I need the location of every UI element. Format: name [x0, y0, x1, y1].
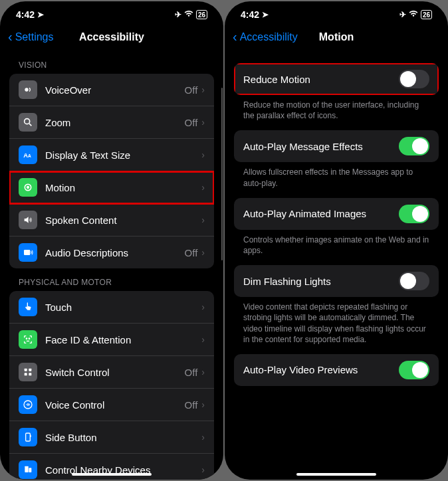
svg-point-1 — [25, 119, 30, 124]
settings-group: Touch›Face ID & Attention›Switch Control… — [9, 291, 214, 480]
row-label: Voice Control — [45, 399, 185, 411]
status-bar: 4:42 ➤ ✈ 26 — [225, 1, 448, 25]
voiceover-icon — [19, 80, 37, 99]
scrollbar[interactable] — [221, 88, 223, 260]
footer-text: Reduce the motion of the user interface,… — [234, 95, 439, 130]
row-value: Off — [185, 247, 198, 258]
footer-text: Controls whether images animate on the W… — [234, 230, 439, 265]
battery-icon: 26 — [421, 10, 432, 19]
row-label: Audio Descriptions — [45, 247, 185, 258]
page-title: Motion — [319, 31, 354, 43]
auto-play-video-toggle[interactable] — [399, 361, 429, 379]
side-button-icon — [19, 428, 37, 446]
toggle-label: Auto-Play Animated Images — [243, 208, 399, 219]
row-auto-play-message: Auto-Play Message Effects — [234, 130, 439, 162]
toggle-group: Auto-Play Video Previews — [234, 354, 439, 386]
chevron-right-icon: › — [201, 84, 205, 95]
dim-flashing-toggle[interactable] — [399, 272, 429, 290]
row-switch-control[interactable]: Switch ControlOff› — [9, 356, 214, 389]
svg-rect-16 — [29, 404, 29, 406]
chevron-right-icon: › — [201, 367, 205, 377]
row-label: VoiceOver — [45, 84, 185, 96]
left-phone: 4:42 ➤ ✈ 26 ‹ Settings Accessibility VIS… — [0, 1, 223, 480]
location-icon: ➤ — [37, 10, 44, 19]
row-touch[interactable]: Touch› — [9, 291, 214, 324]
row-display-text[interactable]: AADisplay & Text Size› — [9, 139, 214, 171]
row-label: Face ID & Attention — [45, 334, 201, 345]
svg-point-5 — [27, 187, 29, 189]
row-label: Touch — [45, 302, 201, 313]
row-side-button[interactable]: Side Button› — [9, 421, 214, 454]
toggle-knob — [412, 138, 428, 154]
svg-rect-6 — [24, 250, 30, 255]
row-label: Motion — [45, 182, 201, 193]
wifi-icon — [409, 10, 418, 19]
row-label: Side Button — [45, 432, 201, 443]
row-faceid[interactable]: Face ID & Attention› — [9, 324, 214, 356]
home-indicator[interactable] — [296, 473, 376, 476]
row-value: Off — [185, 84, 198, 96]
location-icon: ➤ — [262, 10, 269, 19]
chevron-left-icon: ‹ — [8, 29, 13, 45]
chevron-right-icon: › — [201, 464, 205, 475]
toggle-group: Auto-Play Message Effects — [234, 130, 439, 162]
wifi-icon — [184, 10, 193, 19]
toggle-group: Auto-Play Animated Images — [234, 198, 439, 230]
switch-control-icon — [19, 363, 37, 381]
settings-list[interactable]: VISIONVoiceOverOff›ZoomOff›AADisplay & T… — [0, 51, 223, 480]
svg-rect-14 — [26, 404, 27, 405]
back-button[interactable]: ‹ Accessibility — [233, 29, 298, 45]
row-label: Zoom — [45, 117, 185, 128]
row-reduce-motion: Reduce Motion — [234, 63, 439, 95]
row-auto-play-video: Auto-Play Video Previews — [234, 354, 439, 386]
toggle-group: Reduce Motion — [234, 63, 439, 95]
toggle-knob — [400, 273, 416, 289]
motion-settings[interactable]: Reduce MotionReduce the motion of the us… — [225, 51, 448, 480]
svg-point-8 — [29, 338, 29, 339]
reduce-motion-toggle[interactable] — [399, 70, 429, 88]
row-auto-play-animated: Auto-Play Animated Images — [234, 198, 439, 230]
row-voice-control[interactable]: Voice ControlOff› — [9, 389, 214, 421]
row-voiceover[interactable]: VoiceOverOff› — [9, 74, 214, 106]
svg-rect-18 — [30, 435, 31, 437]
nearby-devices-icon — [19, 460, 37, 479]
chevron-left-icon: ‹ — [233, 29, 237, 45]
footer-text: Allows fullscreen effects in the Message… — [234, 162, 439, 197]
row-value: Off — [185, 367, 198, 378]
spoken-content-icon — [19, 211, 37, 229]
back-label: Settings — [15, 31, 54, 43]
touch-icon — [19, 298, 37, 316]
svg-rect-19 — [25, 466, 28, 472]
battery-icon: 26 — [196, 10, 207, 19]
toggle-label: Auto-Play Message Effects — [243, 141, 399, 152]
toggle-knob — [412, 362, 428, 378]
row-nearby-devices[interactable]: Control Nearby Devices› — [9, 454, 214, 480]
auto-play-message-toggle[interactable] — [399, 137, 429, 155]
right-phone: 4:42 ➤ ✈ 26 ‹ Accessibility Motion Reduc… — [225, 1, 448, 480]
row-audio-descriptions[interactable]: Audio DescriptionsOff› — [9, 237, 214, 268]
toggle-label: Reduce Motion — [243, 74, 399, 85]
status-time: 4:42 — [241, 9, 259, 20]
settings-group: VoiceOverOff›ZoomOff›AADisplay & Text Si… — [9, 74, 214, 268]
toggle-knob — [400, 71, 416, 87]
section-header: VISION — [9, 51, 214, 74]
row-value: Off — [185, 399, 198, 411]
row-spoken-content[interactable]: Spoken Content› — [9, 204, 214, 237]
svg-rect-11 — [25, 373, 27, 375]
auto-play-animated-toggle[interactable] — [399, 205, 429, 223]
status-bar: 4:42 ➤ ✈ 26 — [0, 1, 223, 25]
chevron-right-icon: › — [201, 334, 205, 345]
svg-text:A: A — [23, 152, 28, 159]
svg-rect-20 — [29, 468, 31, 472]
home-indicator[interactable] — [72, 473, 152, 476]
footer-text: Video content that depicts repeated flas… — [234, 297, 439, 354]
chevron-right-icon: › — [201, 432, 205, 442]
toggle-label: Dim Flashing Lights — [243, 276, 399, 287]
svg-text:A: A — [28, 153, 31, 158]
back-button[interactable]: ‹ Settings — [8, 29, 53, 45]
row-zoom[interactable]: ZoomOff› — [9, 106, 214, 139]
svg-rect-9 — [25, 369, 27, 371]
nav-header: ‹ Settings Accessibility — [0, 25, 223, 51]
chevron-right-icon: › — [201, 399, 205, 410]
row-motion[interactable]: Motion› — [9, 171, 214, 204]
